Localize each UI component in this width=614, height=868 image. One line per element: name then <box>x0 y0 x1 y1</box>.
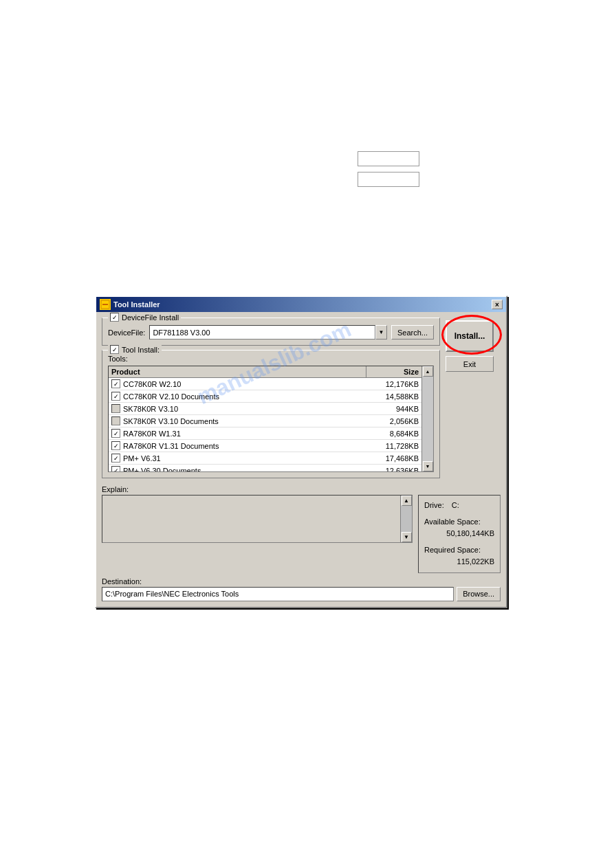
scroll-down-arrow[interactable]: ▼ <box>423 461 433 471</box>
required-space-label: Required Space: <box>424 544 494 557</box>
app-icon <box>100 299 111 310</box>
top-inputs-area <box>358 151 419 187</box>
tool-checkbox-5[interactable]: ✓ <box>111 441 120 450</box>
scroll-track <box>422 377 433 461</box>
tool-installer-dialog: Tool Installer × ✓ DeviceFile Install <box>95 296 507 608</box>
list-item: ✓ PM+ V6.30 Documents 12,636KB <box>109 465 421 471</box>
drive-label: Drive: <box>424 501 444 509</box>
tool-checkbox-1[interactable]: ✓ <box>111 392 120 401</box>
dialog-inner: ✓ DeviceFile Install DeviceFile: DF78118… <box>102 318 501 601</box>
explain-section: Explain: ▲ ▼ Drive: C: <box>102 485 501 573</box>
tool-checkbox-2[interactable] <box>111 404 120 413</box>
top-input-2[interactable] <box>358 172 419 187</box>
tools-list: ✓ CC78K0R W2.10 12,176KB ✓ <box>109 378 421 471</box>
explain-scroll-track <box>401 506 412 532</box>
scroll-up-arrow[interactable]: ▲ <box>423 366 433 377</box>
devicefile-dropdown-arrow[interactable]: ▼ <box>375 325 387 340</box>
svg-rect-1 <box>102 304 108 305</box>
required-space-value: 115,022KB <box>424 556 494 568</box>
list-item: ✓ PM+ V6.31 17,468KB <box>109 452 421 465</box>
destination-input[interactable]: C:\Program Files\NEC Electronics Tools <box>102 587 454 601</box>
title-bar-text: Tool Installer <box>113 300 160 309</box>
tools-table-inner: Product Size ✓ CC78K0R W2.10 <box>109 366 421 471</box>
list-item: ✓ RA78K0R V1.31 Documents 11,728KB <box>109 440 421 452</box>
tool-checkbox-7[interactable]: ✓ <box>111 466 120 471</box>
top-section: ✓ DeviceFile Install DeviceFile: DF78118… <box>102 318 501 482</box>
list-item: ✓ RA78K0R W1.31 8,684KB <box>109 427 421 440</box>
destination-label: Destination: <box>102 577 501 586</box>
devicefile-group: ✓ DeviceFile Install DeviceFile: DF78118… <box>102 318 440 346</box>
tool-checkbox-3[interactable] <box>111 416 120 425</box>
explain-row: ▲ ▼ Drive: C: Available Space: <box>102 495 501 573</box>
top-input-1[interactable] <box>358 151 419 166</box>
table-header-product: Product <box>109 366 366 377</box>
title-bar-left: Tool Installer <box>100 299 160 310</box>
tool-checkbox-0[interactable]: ✓ <box>111 379 120 388</box>
drive-row: Drive: C: <box>424 500 494 512</box>
tools-table-scrollbar: ▲ ▼ <box>421 366 433 471</box>
devicefile-checkbox[interactable]: ✓ <box>110 313 119 322</box>
devicefile-select-wrapper: DF781188 V3.00 ▼ <box>149 325 387 340</box>
tools-label: Tools: <box>108 355 434 363</box>
search-button[interactable]: Search... <box>391 325 434 340</box>
destination-section: Destination: C:\Program Files\NEC Electr… <box>102 577 501 601</box>
list-item: SK78K0R V3.10 944KB <box>109 403 421 415</box>
destination-row: C:\Program Files\NEC Electronics Tools B… <box>102 587 501 601</box>
exit-button[interactable]: Exit <box>446 356 494 372</box>
close-button[interactable]: × <box>492 300 503 309</box>
tools-table-container: Product Size ✓ CC78K0R W2.10 <box>108 366 434 472</box>
explain-scroll-down[interactable]: ▼ <box>402 532 412 542</box>
tool-install-group-label: ✓ Tool Install: <box>108 345 162 354</box>
devicefile-label: DeviceFile: <box>108 329 145 337</box>
install-button[interactable]: Install... <box>446 320 494 352</box>
devicefile-row: DeviceFile: DF781188 V3.00 ▼ Search... <box>108 325 434 340</box>
devicefile-group-label: ✓ DeviceFile Install <box>108 313 181 322</box>
drive-info: Drive: C: Available Space: 50,180,144KB … <box>418 495 501 573</box>
devicefile-select-value[interactable]: DF781188 V3.00 <box>149 325 375 340</box>
drive-value: C: <box>452 501 459 509</box>
explain-scroll-up[interactable]: ▲ <box>402 496 412 506</box>
list-item: SK78K0R V3.10 Documents 2,056KB <box>109 415 421 427</box>
tool-checkbox-4[interactable]: ✓ <box>111 429 120 438</box>
table-header-size: Size <box>366 366 421 377</box>
browse-button[interactable]: Browse... <box>457 587 501 601</box>
available-space-value: 50,180,144KB <box>424 528 494 540</box>
explain-label: Explain: <box>102 485 501 493</box>
available-space-label: Available Space: <box>424 516 494 528</box>
tool-install-checkbox[interactable]: ✓ <box>110 345 119 354</box>
explain-scrollbar: ▲ ▼ <box>400 496 412 542</box>
table-header-row: Product Size <box>109 366 421 378</box>
list-item: ✓ CC78K0R V2.10 Documents 14,588KB <box>109 390 421 403</box>
list-item: ✓ CC78K0R W2.10 12,176KB <box>109 378 421 390</box>
right-panel: Install... Exit <box>446 318 501 482</box>
tool-install-group: ✓ Tool Install: Tools: Product Size <box>102 350 440 478</box>
explain-textarea: ▲ ▼ <box>102 495 413 543</box>
left-section: ✓ DeviceFile Install DeviceFile: DF78118… <box>102 318 440 482</box>
dialog-content: ✓ DeviceFile Install DeviceFile: DF78118… <box>96 312 506 607</box>
title-bar: Tool Installer × <box>96 297 506 312</box>
tool-checkbox-6[interactable]: ✓ <box>111 454 120 463</box>
page-background: Tool Installer × ✓ DeviceFile Install <box>0 0 614 868</box>
